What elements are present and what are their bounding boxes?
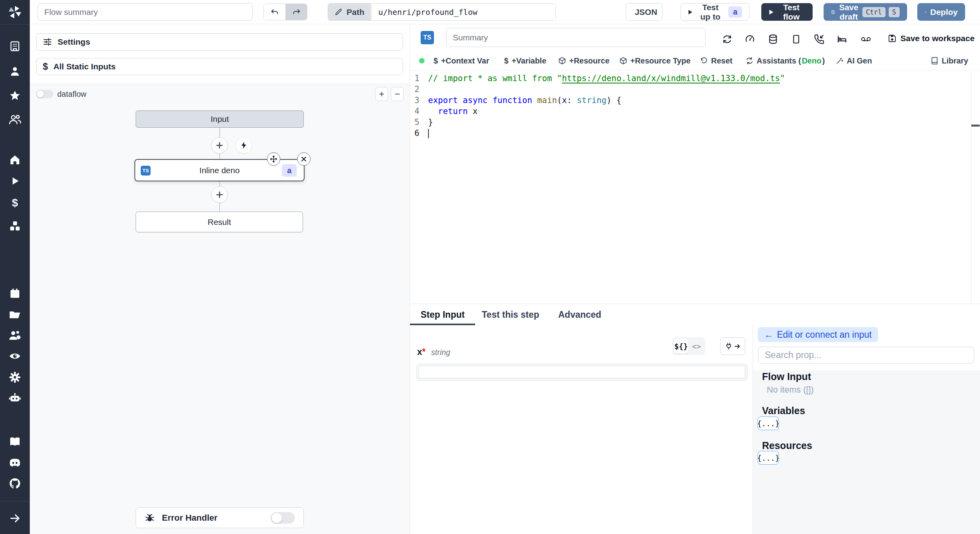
- star-icon[interactable]: [0, 87, 30, 104]
- settings-gear-icon[interactable]: [0, 369, 30, 386]
- workspace-building-icon[interactable]: [0, 38, 30, 55]
- add-step-button[interactable]: [211, 186, 228, 203]
- add-resource-button[interactable]: +Resource: [558, 51, 610, 71]
- test-up-to-button[interactable]: Test up to a: [681, 3, 750, 21]
- summary-input[interactable]: [446, 28, 706, 47]
- error-handler-box[interactable]: Error Handler: [136, 507, 304, 528]
- schedules-calendar-icon[interactable]: [0, 285, 30, 302]
- step-tabs: Step Input Test this step Advanced: [410, 304, 980, 325]
- tab-step-input[interactable]: Step Input: [421, 310, 465, 320]
- all-static-inputs-button[interactable]: $ All Static Inputs: [36, 58, 403, 75]
- zoom-in-button[interactable]: +: [375, 87, 388, 101]
- flow-graph[interactable]: dataflow + − Input TS Inline deno a: [30, 84, 410, 534]
- collapse-arrow-right-icon[interactable]: [0, 510, 30, 527]
- dataflow-toggle[interactable]: [36, 90, 53, 98]
- code-line[interactable]: 2: [410, 84, 980, 95]
- search-prop-input[interactable]: [758, 347, 974, 364]
- variables-heading: Variables: [762, 405, 805, 416]
- path-input[interactable]: [372, 3, 556, 21]
- code-line[interactable]: 4 return x: [410, 106, 980, 117]
- plus-icon: [216, 191, 223, 199]
- variables-object-chip[interactable]: {...}: [758, 416, 779, 430]
- package-icon: [619, 57, 627, 65]
- test-flow-button[interactable]: Test flow: [761, 3, 813, 21]
- code-mode-button[interactable]: <>: [689, 339, 704, 353]
- database-icon[interactable]: [768, 34, 779, 45]
- discord-icon[interactable]: [0, 454, 30, 471]
- cycle-icon[interactable]: [722, 34, 733, 45]
- user-icon[interactable]: [0, 63, 30, 80]
- library-button[interactable]: Library: [931, 51, 968, 71]
- field-value-input[interactable]: [419, 366, 745, 378]
- assistants-button[interactable]: Assistants (Deno): [746, 51, 825, 71]
- windmill-flow-editor: { "colors": { "sidebar_bg": "#272e3d", "…: [0, 0, 980, 534]
- path-label: Path: [347, 7, 365, 17]
- runs-play-icon[interactable]: [0, 172, 30, 190]
- flow-summary-input[interactable]: [38, 3, 252, 21]
- save-draft-button[interactable]: Save draft Ctrl S: [824, 3, 907, 21]
- prop-picker-panel: ← Edit or connect an input Flow Input No…: [753, 325, 980, 534]
- folders-icon[interactable]: [0, 306, 30, 323]
- windmill-logo[interactable]: [0, 3, 30, 21]
- users-icon[interactable]: [0, 111, 30, 128]
- connect-input-button[interactable]: [720, 337, 745, 355]
- reset-button[interactable]: Reset: [700, 51, 732, 71]
- rectangle-icon[interactable]: [791, 34, 802, 45]
- tab-test-this-step[interactable]: Test this step: [482, 310, 539, 320]
- variables-dollar-icon[interactable]: $: [0, 194, 30, 212]
- home-icon[interactable]: [0, 151, 30, 168]
- code-line[interactable]: 6: [410, 128, 980, 139]
- gauge-icon[interactable]: [744, 34, 755, 45]
- add-variable-button[interactable]: $+Variable: [504, 51, 546, 71]
- plus-icon: [216, 141, 223, 149]
- save-to-workspace-button[interactable]: Save to workspace: [888, 34, 975, 43]
- deploy-button[interactable]: Deploy: [917, 3, 965, 21]
- zoom-out-button[interactable]: −: [391, 87, 404, 101]
- workers-robot-icon[interactable]: [0, 389, 30, 407]
- save-to-workspace-label: Save to workspace: [900, 34, 975, 43]
- bed-icon[interactable]: [837, 34, 848, 45]
- shortcut-ctrl: Ctrl: [862, 7, 886, 17]
- groups-user-cog-icon[interactable]: [0, 327, 30, 344]
- error-handler-toggle[interactable]: [270, 512, 295, 524]
- add-context-var-button[interactable]: $+Context Var: [434, 51, 489, 71]
- edit-or-connect-button[interactable]: ← Edit or connect an input: [758, 327, 878, 342]
- redo-button[interactable]: [285, 4, 307, 20]
- code-editor[interactable]: 1// import * as wmill from "https://deno…: [410, 71, 980, 304]
- prop-picker-body: Flow Input No items ([]) Variables {...}…: [753, 370, 980, 534]
- book-icon: [931, 57, 938, 65]
- code-line[interactable]: 5}: [410, 117, 980, 128]
- ai-gen-button[interactable]: AI Gen: [836, 51, 872, 71]
- json-button[interactable]: JSON: [626, 3, 662, 21]
- undo-button[interactable]: [264, 4, 285, 20]
- delete-step-button[interactable]: [297, 152, 310, 166]
- settings-button[interactable]: Settings: [36, 33, 403, 51]
- resources-cubes-icon[interactable]: [0, 217, 30, 235]
- resources-object-chip[interactable]: {...}: [758, 451, 779, 465]
- assistants-lang: Deno: [802, 56, 821, 65]
- move-step-button[interactable]: [267, 152, 280, 166]
- step-id-badge: a: [282, 164, 297, 177]
- github-icon[interactable]: [0, 475, 30, 492]
- code-line[interactable]: 1// import * as wmill from "https://deno…: [410, 73, 980, 84]
- arrow-right-icon: [734, 343, 741, 350]
- template-mode-button[interactable]: ${}: [674, 339, 688, 353]
- trigger-bolt-button[interactable]: [236, 137, 252, 154]
- voicemail-icon[interactable]: [860, 34, 871, 45]
- code-line[interactable]: 3export async function main(x: string) {: [410, 95, 980, 106]
- add-step-button[interactable]: [211, 137, 228, 154]
- docs-book-icon[interactable]: [0, 433, 30, 450]
- audit-eye-icon[interactable]: [0, 348, 30, 365]
- flow-node-input[interactable]: Input: [136, 110, 304, 128]
- assistants-label: Assistants (: [757, 56, 801, 65]
- flow-input-empty-text: No items ([]): [767, 385, 814, 395]
- phone-incoming-icon[interactable]: [814, 34, 825, 45]
- play-icon: [688, 9, 693, 16]
- flow-node-result[interactable]: Result: [136, 212, 303, 232]
- sliders-icon: [43, 37, 52, 47]
- sidebar-divider: [0, 501, 30, 501]
- add-resource-type-button[interactable]: +Resource Type: [619, 51, 691, 71]
- tab-advanced[interactable]: Advanced: [558, 310, 601, 320]
- save-icon: [925, 8, 926, 16]
- overview-ruler: [971, 72, 971, 304]
